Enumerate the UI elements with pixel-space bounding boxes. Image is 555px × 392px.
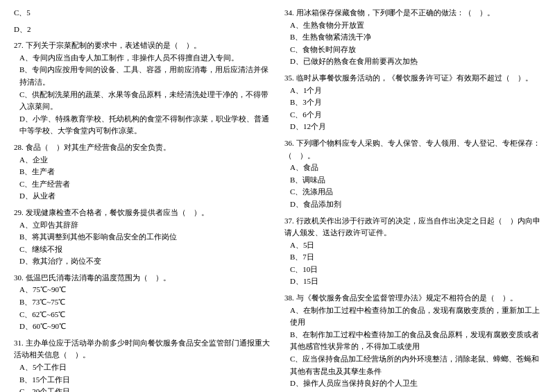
q29-option-b: B、将其调整到其他不影响食品安全的工作岗位 — [14, 231, 271, 244]
q28-option-a: A、企业 — [14, 154, 271, 167]
d2-text: D、2 — [14, 25, 31, 33]
question-29: 29. 发现健康检查不合格者，餐饮服务提供者应当（ ）。 A、立即告其辞辞 B、… — [14, 207, 271, 268]
q38-text: 38. 与《餐饮服务食品安全监督管理办法》规定不相符合的是（ ）。 — [284, 292, 541, 305]
question-31: 31. 主办单位应于活动举办前多少时间向餐饮服务食品安全监管部门通报重大活动相关… — [14, 337, 271, 392]
q35-option-a: A、1个月 — [284, 85, 541, 97]
q29-option-a: A、立即告其辞辞 — [14, 219, 271, 232]
q36-option-a: A、食品 — [284, 162, 541, 174]
q27-option-b: B、专间内应按用专间的设备、工具、容器，用前应消毒，用后应清洁并保持清洁。 — [14, 64, 271, 88]
question-37: 37. 行政机关作出涉于行政许可的决定，应当自作出决定之日起（ ）内向申请人颁发… — [284, 215, 541, 289]
q37-option-c: C、10日 — [284, 264, 541, 276]
q35-text: 35. 临时从事餐饮服务活动的，《餐饮服务许可证》有效期不超过（ ）。 — [284, 72, 541, 85]
question-28: 28. 食品（ ）对其生产经营食品的安全负责。 A、企业 B、生产者 C、生产经… — [14, 142, 271, 203]
q34-option-d: D、已做好的熟食在食用前要再次加热 — [284, 56, 541, 68]
q37-text: 37. 行政机关作出涉于行政许可的决定，应当自作出决定之日起（ ）内向申请人颁发… — [284, 215, 541, 239]
question-30: 30. 低温巴氏消毒法消毒的温度范围为（ ）。 A、75℃~90℃ B、73℃~… — [14, 272, 271, 333]
q35-option-b: B、3个月 — [284, 96, 541, 109]
q34-text: 34. 用冰箱保存保藏食物，下列哪个是不正确的做法：（ ）。 — [284, 7, 541, 19]
q34-option-a: A、生熟食物分开放置 — [284, 19, 541, 32]
q31-option-b: B、15个工作日 — [14, 374, 271, 386]
question-38: 38. 与《餐饮服务食品安全监督管理办法》规定不相符合的是（ ）。 A、在制作加… — [284, 292, 541, 390]
q27-option-d: D、小学、特殊教育学校、托幼机构的食堂不得制作凉菜，职业学校、普通中等学校、大学… — [14, 113, 271, 137]
q36-text: 36. 下列哪个物料应专人采购、专人保管、专人领用、专人登记、专柜保存：（ ）。 — [284, 137, 541, 162]
q27-text: 27. 下列关于宗菜配制的要求中，表述错误的是（ ）。 — [14, 40, 271, 52]
q37-option-a: A、5日 — [284, 239, 541, 252]
q34-option-c: C、食物长时间存放 — [284, 44, 541, 56]
q31-option-a: A、5个工作日 — [14, 361, 271, 374]
q38-option-c: C、应当保持食品加工经营场所的内外环境整洁，消除老鼠、蟑螂、苍蝇和其他有害昆虫及… — [284, 353, 541, 377]
q29-option-d: D、救其治疗，岗位不变 — [14, 255, 271, 268]
q27-option-c: C、供配制洗菜用的蔬菜、水果等食品原料，未经清洗处理干净的，不得带入凉菜间。 — [14, 89, 271, 113]
right-column: 34. 用冰箱保存保藏食物，下列哪个是不正确的做法：（ ）。 A、生熟食物分开放… — [284, 7, 541, 392]
q37-option-d: D、15日 — [284, 275, 541, 288]
q36-option-d: D、食品添加剂 — [284, 198, 541, 211]
question-34: 34. 用冰箱保存保藏食物，下列哪个是不正确的做法：（ ）。 A、生熟食物分开放… — [284, 7, 541, 68]
question-c5: C、5 — [14, 7, 271, 19]
c5-text: C、5 — [14, 8, 31, 17]
q29-option-c: C、继续不报 — [14, 244, 271, 256]
q36-option-b: B、调味品 — [284, 174, 541, 187]
question-35: 35. 临时从事餐饮服务活动的，《餐饮服务许可证》有效期不超过（ ）。 A、1个… — [284, 72, 541, 133]
q38-option-b: B、在制作加工过程中检查待加工的食品及食品原料，发现有腐败变质或者其他感官性状异… — [284, 329, 541, 353]
q28-option-d: D、从业者 — [14, 190, 271, 203]
q31-option-c: C、20个工作日 — [14, 386, 271, 392]
q35-option-c: C、6个月 — [284, 109, 541, 121]
q37-option-b: B、7日 — [284, 251, 541, 264]
q30-text: 30. 低温巴氏消毒法消毒的温度范围为（ ）。 — [14, 272, 271, 284]
question-d2: D、2 — [14, 24, 271, 36]
page-content: C、5 D、2 27. 下列关于宗菜配制的要求中，表述错误的是（ ）。 A、专间… — [14, 7, 541, 392]
q30-option-c: C、62℃~65℃ — [14, 309, 271, 321]
q35-option-d: D、12个月 — [284, 121, 541, 133]
q28-option-c: C、生产经营者 — [14, 178, 271, 191]
q30-option-a: A、75℃~90℃ — [14, 284, 271, 296]
q30-option-b: B、73℃~75℃ — [14, 296, 271, 309]
q29-text: 29. 发现健康检查不合格者，餐饮服务提供者应当（ ）。 — [14, 207, 271, 219]
q36-option-c: C、洗涤用品 — [284, 186, 541, 198]
q38-option-d: D、操作人员应当保持良好的个人卫生 — [284, 377, 541, 390]
q28-text: 28. 食品（ ）对其生产经营食品的安全负责。 — [14, 142, 271, 154]
q34-option-b: B、生熟食物紧清洗干净 — [284, 31, 541, 44]
left-column: C、5 D、2 27. 下列关于宗菜配制的要求中，表述错误的是（ ）。 A、专间… — [14, 7, 271, 392]
question-27: 27. 下列关于宗菜配制的要求中，表述错误的是（ ）。 A、专间内应当由专人加工… — [14, 40, 271, 137]
q30-option-d: D、60℃~90℃ — [14, 321, 271, 333]
q27-option-a: A、专间内应当由专人加工制作，非操作人员不得擅自进入专间。 — [14, 52, 271, 65]
q28-option-b: B、生产者 — [14, 166, 271, 178]
q31-text: 31. 主办单位应于活动举办前多少时间向餐饮服务食品安全监管部门通报重大活动相关… — [14, 337, 271, 361]
question-36: 36. 下列哪个物料应专人采购、专人保管、专人领用、专人登记、专柜保存：（ ）。… — [284, 137, 541, 211]
q38-option-a: A、在制作加工过程中检查待加工的食品，发现有腐败变质的，重新加工上使用 — [284, 305, 541, 329]
